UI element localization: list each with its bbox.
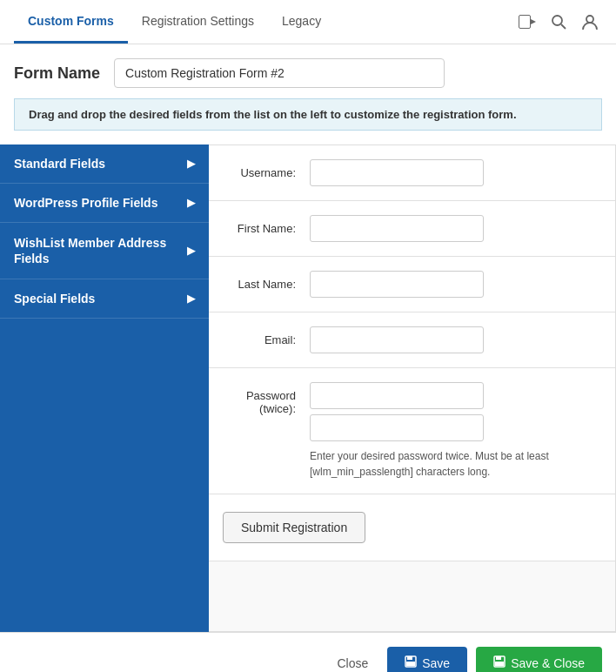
username-input[interactable] (310, 159, 484, 186)
user-icon[interactable] (578, 10, 602, 34)
chevron-right-icon: ▶ (187, 197, 195, 209)
save-close-label: Save & Close (511, 656, 585, 670)
sidebar: Standard Fields ▶ WordPress Profile Fiel… (0, 144, 209, 632)
form-field-password: Password (twice): Enter your desired pas… (209, 368, 615, 494)
sidebar-item-label: WordPress Profile Fields (14, 196, 157, 210)
save-icon (405, 655, 417, 670)
sidebar-item-label: Special Fields (14, 292, 95, 306)
svg-marker-1 (531, 19, 536, 24)
close-button[interactable]: Close (326, 649, 378, 673)
submit-row: Submit Registration (209, 494, 615, 561)
svg-point-2 (552, 16, 562, 25)
password-input-2[interactable] (310, 414, 484, 441)
sidebar-item-wlm-address-fields[interactable]: WishList Member Address Fields ▶ (0, 223, 209, 279)
save-label: Save (422, 656, 450, 670)
form-field-username: Username: (209, 145, 615, 201)
search-icon[interactable] (546, 10, 571, 34)
svg-rect-7 (406, 662, 415, 666)
main-content: Form Name Drag and drop the desired fiel… (0, 44, 616, 144)
save-close-button[interactable]: Save & Close (476, 647, 602, 672)
header: Custom Forms Registration Settings Legac… (0, 0, 616, 44)
sidebar-item-standard-fields[interactable]: Standard Fields ▶ (0, 144, 209, 184)
svg-line-3 (561, 24, 566, 29)
save-close-icon (493, 655, 506, 670)
tab-bar: Custom Forms Registration Settings Legac… (14, 0, 335, 44)
email-label: Email: (223, 326, 310, 346)
email-input[interactable] (310, 326, 484, 353)
form-name-row: Form Name (14, 58, 602, 88)
video-icon[interactable] (515, 10, 539, 34)
footer: Close Save Save & Close (0, 632, 616, 672)
first-name-label: First Name: (223, 215, 310, 235)
sidebar-item-label: WishList Member Address Fields (14, 235, 187, 266)
password-input-1[interactable] (310, 382, 484, 409)
tab-custom-forms[interactable]: Custom Forms (14, 0, 128, 44)
form-name-input[interactable] (114, 58, 445, 88)
svg-point-4 (586, 16, 593, 23)
password-label: Password (twice): (223, 382, 310, 415)
save-button[interactable]: Save (387, 647, 467, 672)
svg-rect-9 (496, 656, 501, 660)
sidebar-item-special-fields[interactable]: Special Fields ▶ (0, 279, 209, 319)
drag-drop-hint: Drag and drop the desired fields from th… (14, 98, 602, 131)
chevron-right-icon: ▶ (187, 245, 195, 257)
svg-rect-6 (407, 656, 412, 660)
header-icons (515, 10, 602, 34)
username-label: Username: (223, 159, 310, 179)
svg-rect-10 (495, 662, 504, 666)
password-inputs-container: Enter your desired password twice. Must … (310, 382, 601, 480)
content-row: Standard Fields ▶ WordPress Profile Fiel… (0, 144, 616, 632)
chevron-right-icon: ▶ (187, 292, 195, 305)
form-area: Username: First Name: Last Name: Email: … (209, 144, 616, 632)
form-field-email: Email: (209, 312, 615, 368)
tab-registration-settings[interactable]: Registration Settings (128, 0, 268, 44)
last-name-input[interactable] (310, 271, 484, 298)
form-field-first-name: First Name: (209, 201, 615, 257)
form-name-label: Form Name (14, 64, 100, 83)
sidebar-item-wordpress-profile-fields[interactable]: WordPress Profile Fields ▶ (0, 184, 209, 223)
form-field-last-name: Last Name: (209, 257, 615, 312)
submit-registration-button[interactable]: Submit Registration (223, 512, 365, 543)
tab-legacy[interactable]: Legacy (268, 0, 335, 44)
sidebar-item-label: Standard Fields (14, 157, 105, 171)
svg-rect-0 (519, 16, 531, 29)
first-name-input[interactable] (310, 215, 484, 242)
chevron-right-icon: ▶ (187, 158, 195, 170)
password-hint: Enter your desired password twice. Must … (310, 448, 601, 480)
last-name-label: Last Name: (223, 271, 310, 291)
